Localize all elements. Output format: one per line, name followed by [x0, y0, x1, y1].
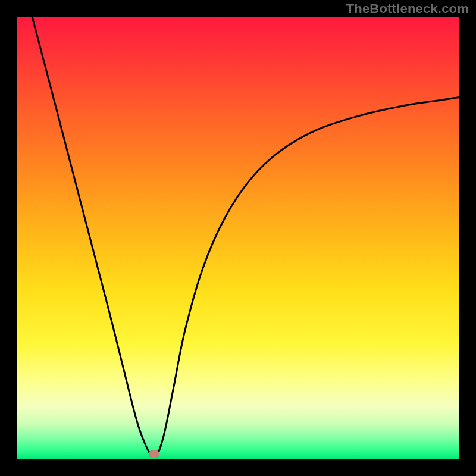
plot-area	[17, 17, 459, 459]
watermark-text: TheBottleneck.com	[346, 1, 469, 17]
min-marker	[149, 450, 159, 458]
chart-frame: TheBottleneck.com	[0, 0, 476, 476]
gradient-background	[17, 17, 459, 459]
